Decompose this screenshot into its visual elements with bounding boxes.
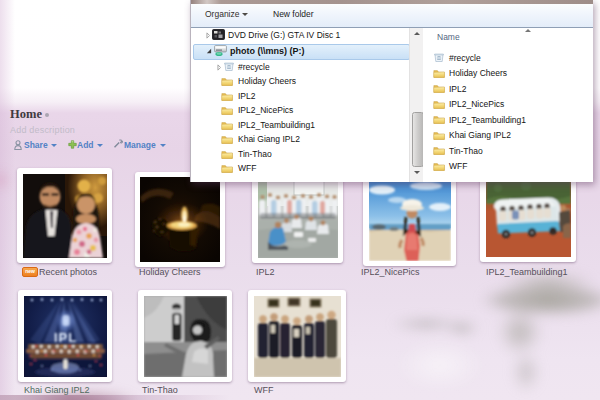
- svg-text:IPL: IPL: [53, 330, 76, 345]
